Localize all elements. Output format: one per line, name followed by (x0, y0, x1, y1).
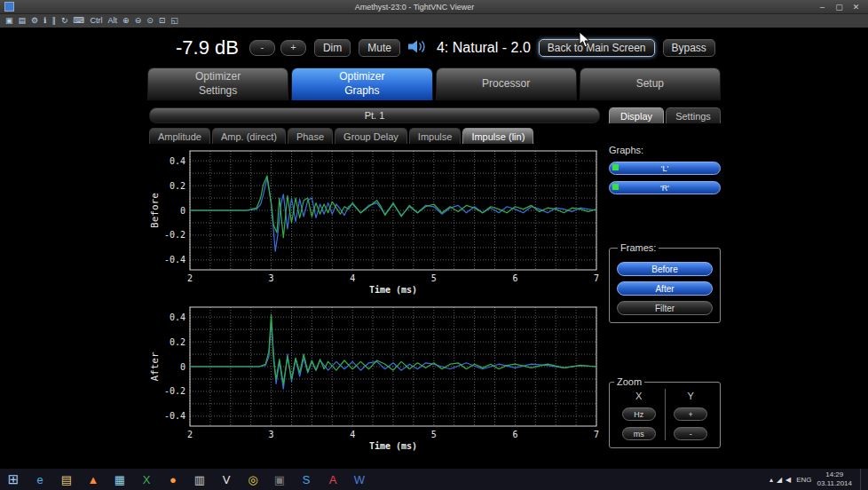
save-session-icon[interactable]: ▤ (18, 15, 28, 27)
svg-text:6: 6 (512, 273, 517, 283)
taskbar-vnc-icon[interactable]: V (213, 469, 240, 490)
taskbar-explorer-icon[interactable]: ▤ (53, 469, 80, 490)
remote-desktop: -7.9 dB - + Dim Mute 4: Natural - 2.0 Ba… (0, 28, 868, 469)
svg-text:Before: Before (149, 193, 161, 228)
frame-after-button[interactable]: After (617, 281, 713, 296)
language-indicator[interactable]: ENG (796, 476, 811, 484)
taskbar-acrobat-icon[interactable]: A (320, 469, 346, 490)
vnc-toolbar: ▣▤⚙ℹ∥↻⌨CtrlAlt⊕⊖⊙⊡◱ (0, 14, 868, 28)
connection-info-icon[interactable]: ℹ (43, 15, 47, 27)
taskbar-firefox-icon[interactable]: ● (160, 469, 186, 490)
panel-tab-display[interactable]: Display (609, 107, 664, 123)
svg-text:Time (ms): Time (ms) (369, 441, 417, 451)
taskbar-items: ⊞e▤▲▦X●▥V◎▣SAW (0, 469, 373, 490)
fullscreen-icon[interactable]: ◱ (170, 15, 179, 27)
svg-text:-0.2: -0.2 (164, 386, 185, 396)
taskbar-calculator-icon[interactable]: ▦ (107, 469, 133, 490)
refresh-icon[interactable]: ↻ (60, 15, 69, 27)
graph-r-button[interactable]: 'R' (609, 181, 721, 194)
zoom-y-minus-button[interactable]: - (674, 427, 707, 440)
connection-options-icon[interactable]: ⚙ (30, 15, 39, 27)
svg-text:-0.4: -0.4 (164, 255, 185, 265)
bypass-button[interactable]: Bypass (663, 39, 715, 57)
panel-tab-bar: DisplaySettings (609, 107, 721, 123)
frame-filter-button[interactable]: Filter (617, 301, 713, 315)
graph-buttons: 'L''R' (609, 162, 721, 194)
volume-icon (408, 40, 428, 57)
taskbar-start-button[interactable]: ⊞ (0, 469, 27, 490)
clock-date: 03.11.2014 (817, 479, 852, 487)
zoom-y-plus-button[interactable]: + (674, 407, 707, 421)
tray-chevron-up-icon[interactable]: ▴ (769, 476, 773, 484)
mute-button[interactable]: Mute (359, 39, 400, 57)
taskbar-ie-icon[interactable]: e (27, 469, 53, 490)
svg-text:Time (ms): Time (ms) (369, 285, 417, 295)
svg-text:6: 6 (512, 430, 517, 439)
zoom-fit-icon[interactable]: ⊡ (158, 15, 167, 27)
zoom-ms-button[interactable]: ms (622, 427, 656, 440)
svg-text:4: 4 (350, 430, 355, 439)
dim-button[interactable]: Dim (314, 39, 351, 57)
ctrl-key-icon[interactable]: Ctrl (90, 15, 104, 27)
panel-tab-settings[interactable]: Settings (666, 107, 721, 123)
svg-text:7: 7 (594, 273, 599, 283)
tab-optimizer-settings[interactable]: OptimizerSettings (147, 67, 288, 100)
graph-tab-phase[interactable]: Phase (288, 128, 333, 144)
svg-text:2: 2 (187, 273, 193, 283)
tab-optimizer-graphs[interactable]: OptimizerGraphs (291, 67, 432, 100)
window-titlebar[interactable]: Amethyst-23:0 - TightVNC Viewer – ▢ ✕ (0, 0, 868, 14)
main-content: Pt. 1 AmplitudeAmp. (direct)PhaseGroup D… (147, 107, 721, 456)
tab-processor[interactable]: Processor (436, 67, 577, 100)
graphs-label: Graphs: (609, 145, 721, 155)
svg-text:7: 7 (594, 430, 599, 439)
frames-label: Frames: (618, 242, 659, 253)
measurement-point-bar[interactable]: Pt. 1 (149, 107, 600, 123)
svg-text:0: 0 (180, 206, 185, 216)
taskbar-notepad-icon[interactable]: ▥ (186, 469, 213, 490)
before-chart: 0.40.20-0.2-0.4234567Time (ms)Before (147, 146, 602, 300)
taskbar-excel-icon[interactable]: X (133, 469, 160, 490)
tab-setup[interactable]: Setup (580, 67, 721, 100)
svg-text:After: After (149, 352, 161, 381)
svg-text:-0.2: -0.2 (164, 230, 185, 240)
taskbar-skype-icon[interactable]: S (293, 469, 320, 490)
alt-key-icon[interactable]: Alt (107, 15, 119, 27)
minimize-button[interactable]: – (815, 3, 830, 12)
graph-tab-impulse[interactable]: Impulse (409, 128, 462, 144)
taskbar-chrome-icon[interactable]: ◎ (240, 469, 266, 490)
taskbar-app-icon[interactable]: ▣ (266, 469, 293, 490)
svg-text:3: 3 (269, 273, 274, 283)
taskbar-word-icon[interactable]: W (346, 469, 373, 490)
zoom-out-icon[interactable]: ⊖ (134, 15, 143, 27)
frame-before-button[interactable]: Before (617, 262, 713, 276)
close-button[interactable]: ✕ (848, 3, 864, 12)
vnc-app-icon (4, 2, 14, 12)
ctrl-alt-del-icon[interactable]: ⌨ (73, 15, 86, 27)
graph-tab-group-delay[interactable]: Group Delay (335, 128, 407, 144)
back-to-main-button[interactable]: Back to Main Screen (539, 39, 655, 57)
tray-network-icon[interactable]: ◢ (777, 476, 782, 484)
maximize-button[interactable]: ▢ (832, 3, 847, 12)
zoom-hz-button[interactable]: Hz (622, 407, 656, 421)
svg-text:0.4: 0.4 (170, 312, 185, 322)
new-connection-icon[interactable]: ▣ (4, 15, 14, 27)
svg-text:-0.4: -0.4 (164, 411, 185, 421)
clock[interactable]: 14:29 03.11.2014 (817, 470, 852, 487)
vnc-window: Amethyst-23:0 - TightVNC Viewer – ▢ ✕ ▣▤… (0, 0, 868, 28)
zoom-x-header: X (635, 391, 642, 401)
volume-down-button[interactable]: - (249, 40, 275, 56)
graph-tab-amp-direct[interactable]: Amp. (direct) (212, 128, 286, 144)
zoom-100-icon[interactable]: ⊙ (146, 15, 154, 27)
tray-volume-icon[interactable]: ◀ (785, 476, 791, 484)
volume-up-button[interactable]: + (280, 40, 306, 56)
show-desktop-button[interactable] (860, 469, 865, 490)
zoom-in-icon[interactable]: ⊕ (122, 15, 130, 27)
graph-tab-amplitude[interactable]: Amplitude (149, 128, 210, 144)
svg-text:0.4: 0.4 (170, 156, 185, 166)
taskbar-vlc-icon[interactable]: ▲ (80, 469, 107, 490)
pause-icon[interactable]: ∥ (51, 15, 58, 27)
graph-l-button[interactable]: 'L' (609, 162, 721, 175)
graph-tab-impulse-lin[interactable]: Impulse (lin) (462, 128, 533, 144)
impulse-plot-before: 0.40.20-0.2-0.4234567Time (ms)Before (147, 146, 602, 296)
graph-l-active-indicator (612, 164, 619, 170)
